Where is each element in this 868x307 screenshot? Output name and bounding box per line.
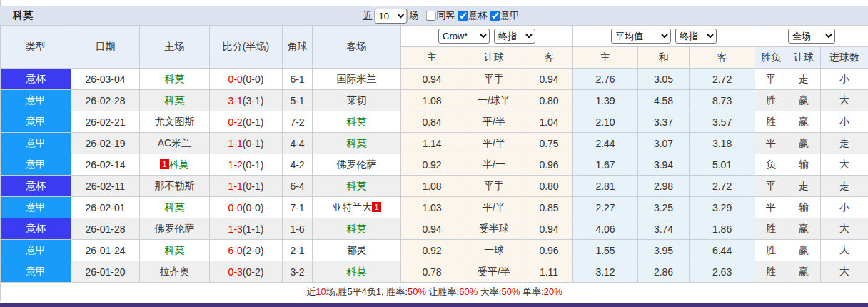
score-cell: 6-0(2-0)	[210, 240, 283, 261]
date-cell: 26-02-21	[71, 111, 140, 133]
recent-link[interactable]: 近	[363, 9, 373, 22]
avg-home-cell: 1.67	[573, 154, 638, 176]
team-name: 亚特兰大	[332, 201, 372, 213]
date-cell: 26-02-14	[71, 154, 140, 176]
type-cell: 意杯	[1, 218, 71, 240]
score-cell: 1-1(0-1)	[210, 176, 283, 197]
home-odds-cell: 1.08	[401, 176, 463, 197]
col-header-corner: 角球	[283, 26, 313, 69]
wdl-result-cell: 胜	[755, 218, 787, 240]
team-name: 国际米兰	[337, 73, 377, 84]
away-team-cell: 科莫	[313, 176, 401, 197]
wdl-result-cell: 平	[755, 197, 787, 218]
avg-away-cell: 2.63	[690, 261, 755, 283]
avg-home-cell: 1.55	[573, 240, 638, 261]
away-odds-cell: 0.96	[525, 154, 573, 176]
wdl-result-cell: 平	[755, 69, 787, 90]
goals-result-cell: 大	[821, 240, 868, 261]
home-team-cell: 科莫	[140, 90, 210, 111]
col-header-score: 比分(半场)	[210, 26, 283, 69]
home-odds-cell: 0.94	[401, 218, 463, 240]
team-name: 科莫	[165, 94, 185, 106]
bottom-accent-bar	[0, 303, 868, 307]
italy-cup-label: 意杯	[469, 9, 488, 22]
date-cell: 26-02-01	[71, 197, 140, 218]
avg-draw-cell: 4.58	[638, 90, 690, 111]
avg-away-cell: 1.86	[690, 218, 755, 240]
score-cell: 1-2(0-1)	[210, 154, 283, 176]
recent-count-select[interactable]: 10	[375, 9, 408, 24]
avg-draw-cell: 3.74	[638, 218, 690, 240]
handicap-result-cell: 输	[787, 154, 821, 176]
average-select[interactable]: 平均值	[611, 29, 671, 44]
type-cell: 意甲	[1, 240, 71, 261]
home-odds-cell: 0.94	[401, 69, 463, 90]
goals-result-cell: 走	[821, 133, 868, 154]
corner-cell: 3-2	[283, 261, 313, 283]
handicap-result-cell: 赢	[787, 133, 821, 154]
corner-cell: 6-4	[283, 176, 313, 197]
scope-select[interactable]: 全场	[788, 29, 835, 44]
wdl-result-cell: 胜	[755, 261, 787, 283]
match-rows: 意杯 26-03-04 科莫 0-0(0-0) 6-1 国际米兰 0.94 平手…	[1, 69, 868, 283]
avg-away-cell: 3.29	[690, 197, 755, 218]
away-team-cell: 科莫	[313, 218, 401, 240]
bookmaker-select[interactable]: Crow*	[438, 29, 490, 44]
home-odds-cell: 1.08	[401, 90, 463, 111]
odds-group-header: Crow* 终指	[401, 26, 573, 47]
wdl-result-cell: 平	[755, 133, 787, 154]
corner-cell: 1-6	[283, 218, 313, 240]
avg-away-cell: 3.18	[690, 133, 755, 154]
corner-cell: 5-1	[283, 90, 313, 111]
odds-index-select[interactable]: 终指	[494, 29, 535, 44]
date-cell: 26-01-24	[71, 240, 140, 261]
handicap-result-cell: 赢	[787, 261, 821, 283]
avg-index-select[interactable]: 终指	[675, 29, 717, 44]
avg-draw-cell: 2.98	[638, 176, 690, 197]
match-row: 意杯 26-03-04 科莫 0-0(0-0) 6-1 国际米兰 0.94 平手…	[1, 69, 868, 90]
handicap-result-cell: 赢	[787, 218, 821, 240]
date-cell: 26-02-28	[71, 90, 140, 111]
match-row: 意甲 26-02-01 科莫 0-0(0-0) 7-1 亚特兰大1 1.03 平…	[1, 197, 868, 218]
goals-result-cell: 大	[821, 261, 868, 283]
team-name: 佛罗伦萨	[337, 158, 377, 170]
team-name: 拉齐奥	[160, 266, 190, 277]
avg-home-cell: 2.44	[573, 133, 638, 154]
team-name: 科莫	[347, 137, 367, 149]
date-cell: 26-02-11	[71, 176, 140, 197]
avg-draw-cell: 3.94	[638, 154, 690, 176]
handicap-result-cell: 输	[787, 197, 821, 218]
corner-cell: 4-4	[283, 133, 313, 154]
score-cell: 0-0(0-0)	[210, 69, 283, 90]
type-cell: 意甲	[1, 111, 71, 133]
subcol-result-handicap: 让球	[787, 47, 821, 69]
type-cell: 意杯	[1, 176, 71, 197]
top-strip	[0, 0, 868, 6]
away-team-cell: 科莫	[313, 111, 401, 133]
type-cell: 意甲	[1, 197, 71, 218]
score-cell: 0-2(0-1)	[210, 111, 283, 133]
avg-home-cell: 2.76	[573, 69, 638, 90]
avg-away-cell: 3.57	[690, 111, 755, 133]
serie-a-checkbox[interactable]	[490, 11, 500, 21]
avg-away-cell: 8.73	[690, 90, 755, 111]
away-odds-cell: 0.96	[525, 240, 573, 261]
avg-home-cell: 3.12	[573, 261, 638, 283]
away-team-cell: 国际米兰	[313, 69, 401, 90]
match-row: 意甲 26-02-19 AC米兰 1-1(0-1) 4-4 科莫 1.14 平/…	[1, 133, 868, 154]
wdl-result-cell: 胜	[755, 240, 787, 261]
team-name: AC米兰	[158, 137, 191, 149]
italy-cup-checkbox[interactable]	[458, 11, 468, 21]
handicap-result-cell: 赢	[787, 111, 821, 133]
handicap-cell: 受平/半	[463, 261, 525, 283]
date-cell: 26-03-04	[71, 69, 140, 90]
handicap-cell: 平/半	[463, 111, 525, 133]
avg-draw-cell: 3.05	[638, 69, 690, 90]
match-row: 意甲 26-02-14 1科莫 1-2(0-1) 4-2 佛罗伦萨 0.92 半…	[1, 154, 868, 176]
away-team-cell: 莱切	[313, 90, 401, 111]
summary-line: 近10场,胜5平4负1, 胜率:50% 让胜率:60% 大率:50% 单率:20…	[1, 283, 868, 301]
same-away-label: 同客	[437, 9, 455, 22]
same-away-checkbox[interactable]	[426, 11, 436, 21]
handicap-result-cell: 赢	[787, 90, 821, 111]
subcol-avg-away: 客	[690, 47, 755, 69]
